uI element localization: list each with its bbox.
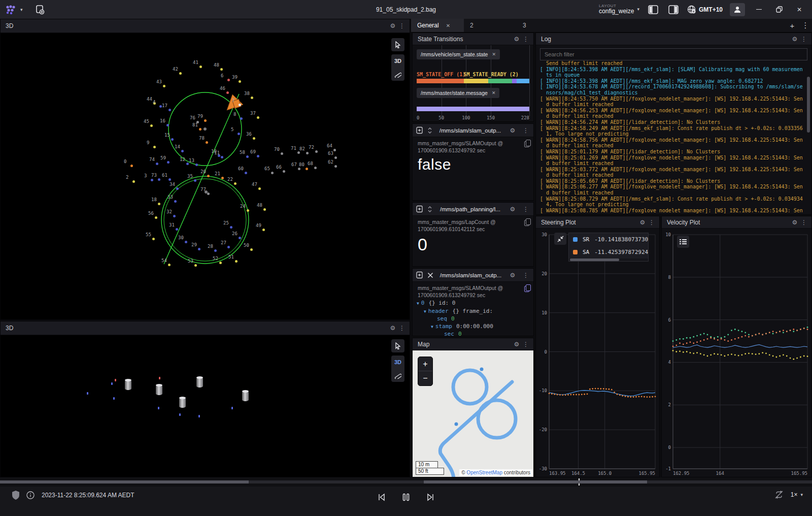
log-search-input[interactable] bbox=[540, 51, 807, 57]
log-line[interactable]: [ WARN][8:25:03.772 AM AEDT][/foxglove_n… bbox=[540, 167, 804, 178]
connection-shield-icon[interactable] bbox=[12, 491, 19, 500]
log-line[interactable]: [ INFO][8:24:53.398 AM AEDT][/mms_ekf_sl… bbox=[540, 67, 804, 78]
timeline-loaded-range[interactable] bbox=[424, 480, 647, 483]
panel-menu-icon[interactable]: ⋮ bbox=[647, 219, 656, 226]
legend-row-sa[interactable]: SA -11.4253978729248 bbox=[569, 246, 648, 259]
log-scrollbar[interactable] bbox=[807, 77, 810, 133]
state-segment[interactable] bbox=[417, 107, 529, 111]
settings-icon[interactable]: ⚙ bbox=[508, 127, 517, 134]
measure-tool-icon[interactable] bbox=[391, 369, 404, 382]
timeline-loaded-range[interactable] bbox=[0, 480, 249, 483]
topic-name[interactable]: /mms/slam/slam_outp... bbox=[436, 127, 504, 134]
measure-tool-icon[interactable] bbox=[391, 68, 404, 81]
playback-timestamp[interactable]: 2023-11-22 8:25:09.624 AM AEDT bbox=[42, 492, 134, 499]
remove-topic-icon[interactable]: ✕ bbox=[492, 90, 496, 95]
maximize-button[interactable] bbox=[772, 3, 786, 16]
add-tab-button[interactable]: + bbox=[786, 19, 799, 32]
map-zoom-in-button[interactable]: + bbox=[418, 357, 432, 371]
3d-mode-button[interactable]: 3D bbox=[391, 54, 404, 68]
log-line[interactable]: [ WARN][8:24:53.750 AM AEDT][/foxglove_n… bbox=[540, 96, 804, 108]
panel-menu-icon[interactable]: ⋮ bbox=[799, 219, 808, 226]
add-device-icon[interactable] bbox=[35, 5, 45, 15]
message-doc-icon[interactable] bbox=[416, 126, 423, 134]
playback-speed-selector[interactable]: 1× ▾ bbox=[791, 491, 803, 498]
panel-menu-icon[interactable]: ⋮ bbox=[397, 22, 407, 29]
collapse-legend-button[interactable] bbox=[554, 233, 566, 245]
panel-menu-icon[interactable]: ⋮ bbox=[521, 341, 530, 348]
settings-icon[interactable]: ⚙ bbox=[508, 206, 517, 213]
state-segment[interactable] bbox=[488, 79, 512, 83]
copy-icon[interactable] bbox=[524, 141, 529, 147]
settings-icon[interactable]: ⚙ bbox=[790, 219, 799, 226]
right-sidebar-toggle[interactable] bbox=[667, 3, 680, 16]
settings-icon[interactable]: ⚙ bbox=[638, 219, 647, 226]
expand-legend-button[interactable] bbox=[677, 236, 689, 248]
tab-close-icon[interactable]: ✕ bbox=[446, 23, 450, 28]
log-line[interactable]: [ WARN][8:25:06.277 AM AEDT][/foxglove_n… bbox=[540, 184, 804, 196]
topic-name[interactable]: /mms/path_planning/l... bbox=[436, 206, 504, 212]
log-line[interactable]: [ WARN][8:25:05.667 AM AEDT][/lidar_dete… bbox=[540, 178, 804, 184]
settings-icon[interactable]: ⚙ bbox=[388, 22, 397, 29]
topic-chip[interactable]: /mms/master/state.message✕ bbox=[417, 88, 499, 98]
log-line[interactable]: [ WARN][8:25:08.729 AM AEDT][/mms_ekf_sl… bbox=[540, 196, 804, 208]
seek-backward-button[interactable] bbox=[375, 491, 388, 504]
tab-general[interactable]: General ✕ bbox=[411, 19, 464, 32]
settings-icon[interactable]: ⚙ bbox=[512, 341, 521, 348]
playback-timeline[interactable] bbox=[0, 477, 812, 487]
legend-row-sr[interactable]: SR -10.1418380737304 bbox=[569, 233, 648, 246]
collapse-all-icon[interactable] bbox=[427, 272, 433, 278]
legend-scrollbar[interactable] bbox=[569, 259, 648, 261]
panel-menu-icon[interactable]: ⋮ bbox=[397, 325, 407, 332]
tab-3[interactable]: 3 bbox=[517, 19, 569, 32]
sort-order-icon[interactable] bbox=[427, 206, 432, 213]
sort-order-icon[interactable] bbox=[427, 127, 432, 134]
user-avatar-button[interactable] bbox=[730, 3, 745, 16]
select-tool-button[interactable] bbox=[391, 339, 404, 352]
tab-2[interactable]: 2 bbox=[464, 19, 517, 32]
log-line[interactable]: [ WARN][8:25:01.179 AM AEDT][/lidar_dete… bbox=[540, 149, 804, 155]
layout-selector[interactable]: LAYOUT config_weize ▾ bbox=[599, 4, 639, 15]
tree-row[interactable]: ▼header{} frame_id: bbox=[417, 308, 533, 316]
state-segment[interactable] bbox=[464, 79, 489, 83]
panel-menu-icon[interactable]: ⋮ bbox=[521, 36, 530, 43]
settings-icon[interactable]: ⚙ bbox=[388, 325, 397, 332]
panel-menu-icon[interactable]: ⋮ bbox=[521, 272, 530, 279]
openstreetmap-link[interactable]: OpenStreetMap bbox=[466, 470, 502, 475]
panel-menu-icon[interactable]: ⋮ bbox=[521, 206, 530, 213]
panel-menu-icon[interactable]: ⋮ bbox=[521, 127, 530, 134]
map-zoom-out-button[interactable]: − bbox=[418, 371, 432, 385]
log-line[interactable]: [ WARN][8:24:58.756 AM AEDT][/foxglove_n… bbox=[540, 137, 804, 149]
log-line[interactable]: [ WARN][8:24:56.274 AM AEDT][/lidar_dete… bbox=[540, 119, 804, 125]
message-doc-icon[interactable] bbox=[416, 271, 423, 279]
log-line[interactable]: [ WARN][8:24:56.253 AM AEDT][/foxglove_n… bbox=[540, 108, 804, 119]
timezone-selector[interactable]: GMT+10 bbox=[687, 5, 723, 14]
log-line[interactable]: Send buffer limit reached bbox=[540, 60, 804, 67]
tree-row[interactable]: ▼0{} id: 0 bbox=[417, 300, 533, 308]
seek-forward-button[interactable] bbox=[424, 491, 437, 504]
minimize-button[interactable] bbox=[752, 3, 765, 16]
tab-strip-menu-icon[interactable]: ⋮ bbox=[799, 19, 812, 32]
log-line[interactable]: [ WARN][8:24:58.249 AM AEDT][/mms_ekf_sl… bbox=[540, 125, 804, 137]
topic-chip[interactable]: /mms/vehicle/sm_state.state✕ bbox=[417, 49, 500, 59]
state-segment[interactable] bbox=[517, 79, 529, 83]
steering-chart[interactable]: 3020100-10-20-30163.95164.5165.0165.95 bbox=[536, 229, 659, 477]
tree-row[interactable]: seq0 bbox=[417, 315, 533, 323]
message-doc-icon[interactable] bbox=[416, 205, 423, 213]
topic-name[interactable]: /mms/slam/slam_outp... bbox=[437, 272, 504, 278]
settings-icon[interactable]: ⚙ bbox=[790, 36, 799, 43]
log-line[interactable]: [ WARN][8:25:08.785 AM AEDT][/foxglove_n… bbox=[540, 208, 804, 213]
remove-topic-icon[interactable]: ✕ bbox=[492, 52, 496, 57]
copy-icon[interactable] bbox=[524, 220, 529, 226]
caret-down-icon[interactable]: ▼ bbox=[417, 301, 419, 306]
state-segment[interactable] bbox=[512, 79, 517, 83]
log-line[interactable]: [ WARN][8:25:01.269 AM AEDT][/foxglove_n… bbox=[540, 155, 804, 167]
loop-disabled-icon[interactable] bbox=[774, 491, 784, 499]
pause-button[interactable] bbox=[399, 491, 413, 504]
tree-row[interactable]: sec0 bbox=[417, 331, 533, 336]
foxglove-logo-icon[interactable] bbox=[5, 5, 16, 15]
close-window-button[interactable]: ✕ bbox=[793, 3, 806, 16]
panel-menu-icon[interactable]: ⋮ bbox=[799, 36, 808, 43]
tree-row[interactable]: ▼stamp0:00:00.000 bbox=[417, 323, 533, 331]
select-tool-button[interactable] bbox=[391, 38, 404, 51]
app-menu-chevron-icon[interactable]: ▾ bbox=[20, 7, 23, 12]
